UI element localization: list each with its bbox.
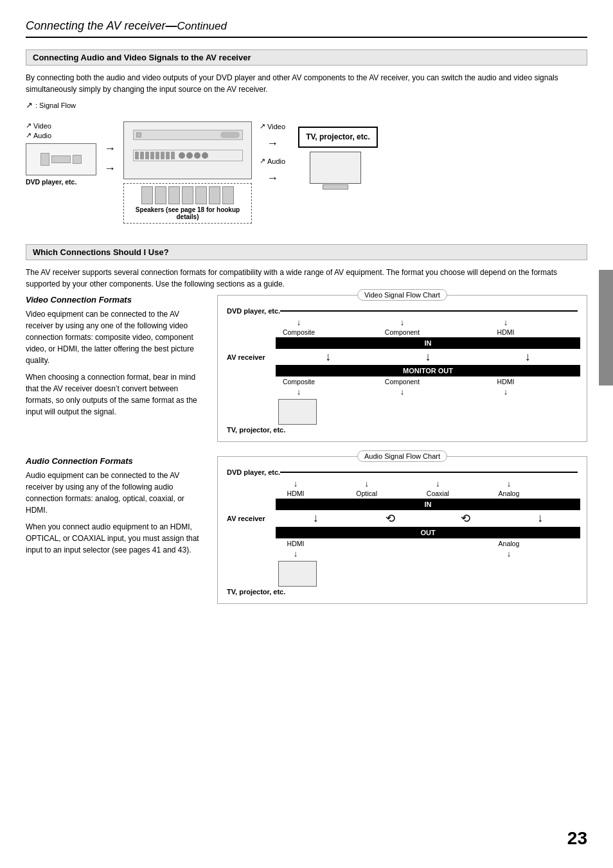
ac-tv-arrow4: ↓ [493, 549, 525, 558]
in6 [161, 152, 164, 159]
vc-av-arrow1: ↓ [309, 350, 348, 364]
ac-tv-bottom-label: TV, projector, etc. [224, 588, 580, 596]
vc-dvd-row: DVD player, etc. [224, 307, 580, 315]
receiver-to-tv-arrows: ↗ Video → ↗ Audio → [260, 128, 285, 179]
side-tab [599, 270, 613, 385]
speakers-section: Speakers (see page 18 for hookup details… [123, 183, 252, 224]
vc-component-label-bot: Component [383, 378, 422, 385]
audio-arrow-right2: → [267, 172, 278, 185]
speaker-rects-row [128, 186, 247, 204]
vc-tv-arrows: ↓ ↓ ↓ [224, 387, 580, 396]
vc-composite-label-bot: Composite [280, 378, 318, 385]
in7 [166, 152, 170, 159]
audio-right-col: Audio Signal Flow Chart DVD player, etc.… [217, 456, 587, 604]
ac-av-arrows: ↓ ⟲ ⟲ ↓ [278, 511, 578, 526]
ac-av-arrow3: ⟲ [449, 511, 481, 526]
ac-bottom-labels: HDMI Analog [224, 540, 580, 547]
ctrl1 [179, 152, 185, 159]
video-chart-title: Video Signal Flow Chart [357, 289, 447, 301]
vc-composite-arrow-top: ↓ [280, 317, 318, 327]
vc-hdmi-arrow-top: ↓ [486, 317, 525, 327]
signal-icon: ↗ [26, 100, 33, 110]
vc-av-row: AV receiver ↓ ↓ ↓ [224, 350, 580, 364]
dvd-component2 [51, 155, 71, 163]
tv-stand [323, 184, 348, 190]
video-section: Video Connection Formats Video equipment… [26, 295, 587, 442]
audio-subtitle: Audio Connection Formats [26, 456, 206, 466]
in8 [171, 152, 175, 159]
receiver-middle-strip [133, 150, 243, 161]
video-label-right: ↗ Video [260, 122, 285, 130]
vc-av-arrow2: ↓ [409, 350, 447, 364]
ac-coaxial-arrow-top: ↓ [422, 479, 454, 488]
vc-av-arrow3: ↓ [508, 350, 547, 364]
video-subtitle: Video Connection Formats [26, 295, 206, 305]
ac-out-row: OUT [224, 527, 580, 538]
video-label-left: ↗ Video [26, 121, 51, 130]
header-subtitle-text: Continued [177, 20, 227, 32]
ctrl3 [194, 152, 200, 159]
ac-analog-arrow-top: ↓ [493, 479, 525, 488]
audio-icon-left: ↗ [26, 131, 31, 139]
vc-tv-bottom-label: TV, projector, etc. [224, 426, 580, 434]
vc-monitor-out-row: MONITOR OUT [224, 365, 580, 376]
vc-composite-label-top: Composite [280, 328, 318, 336]
audio-arrow-right: → [104, 162, 116, 175]
vc-tv-device [278, 399, 578, 425]
top-diagram: ↗ Video ↗ Audio DVD player, etc. → → [26, 115, 587, 230]
ac-dvd-arrows: ↓ ↓ ↓ ↓ [224, 479, 580, 488]
av-receiver-section: Speakers (see page 18 for hookup details… [123, 121, 252, 224]
audio-left-col: Audio Connection Formats Audio equipment… [26, 456, 206, 604]
signal-legend: ↗ : Signal Flow [26, 100, 587, 110]
ac-empty-bot2 [422, 540, 454, 547]
section2: Which Connections Should I Use? The AV r… [26, 244, 587, 604]
vc-in-row: IN [224, 337, 580, 349]
tv-box: TV, projector, etc. [298, 127, 378, 148]
video-label-text-right: Video [267, 123, 285, 130]
section2-title: Which Connections Should I Use? [26, 244, 587, 260]
ac-empty-arrow3 [422, 549, 454, 558]
sp3 [168, 186, 180, 204]
sp1 [141, 186, 153, 204]
ctrl4 [202, 152, 208, 159]
vc-component-label-top: Component [383, 328, 422, 336]
receiver-display [136, 132, 141, 137]
audio-section: Audio Connection Formats Audio equipment… [26, 456, 587, 604]
vc-in-bar: IN [276, 337, 580, 349]
ac-coaxial-label-top: Coaxial [422, 490, 454, 497]
vc-monitor-bar: MONITOR OUT [276, 365, 580, 376]
sp7 [222, 186, 234, 204]
ac-tv-device [278, 561, 578, 587]
section1-description: By connecting both the audio and video o… [26, 72, 587, 95]
video-flowchart: Video Signal Flow Chart DVD player, etc.… [217, 295, 587, 442]
header-title-text: Connecting the AV receiver [26, 19, 165, 32]
ac-hdmi-arrow-top: ↓ [280, 479, 312, 488]
ac-hdmi-label-bot: HDMI [280, 540, 312, 547]
ac-av-label: AV receiver [227, 515, 278, 522]
ctrl2 [186, 152, 193, 159]
in1 [135, 152, 139, 159]
audio-text1: Audio equipment can be connected to the … [26, 470, 206, 516]
section2-description: The AV receiver supports several connect… [26, 267, 587, 290]
page-number: 23 [567, 828, 587, 849]
vc-tv-row [224, 399, 580, 425]
vc-tv-arrow3: ↓ [486, 387, 525, 396]
audio-text2: When you connect audio equipment to an H… [26, 521, 206, 556]
vc-av-label: AV receiver [227, 353, 278, 361]
section1-title: Connecting Audio and Video Signals to th… [26, 49, 587, 66]
ac-in-bar: IN [276, 499, 580, 510]
in4 [150, 152, 154, 159]
in5 [155, 152, 159, 159]
audio-icon-right: ↗ [260, 157, 265, 165]
dvd-component1 [40, 153, 49, 166]
ac-tv-arrows: ↓ ↓ [224, 549, 580, 558]
dvd-component3 [73, 155, 82, 164]
receiver-knob [220, 132, 240, 138]
ac-analog-label-top: Analog [493, 490, 525, 497]
video-icon-left: ↗ [26, 121, 31, 130]
ac-optical-arrow-top: ↓ [351, 479, 383, 488]
signal-legend-text: : Signal Flow [35, 102, 76, 109]
ac-optical-label-top: Optical [351, 490, 383, 497]
vc-dvd-line [280, 310, 578, 312]
video-text2: When choosing a connection format, bear … [26, 371, 206, 418]
